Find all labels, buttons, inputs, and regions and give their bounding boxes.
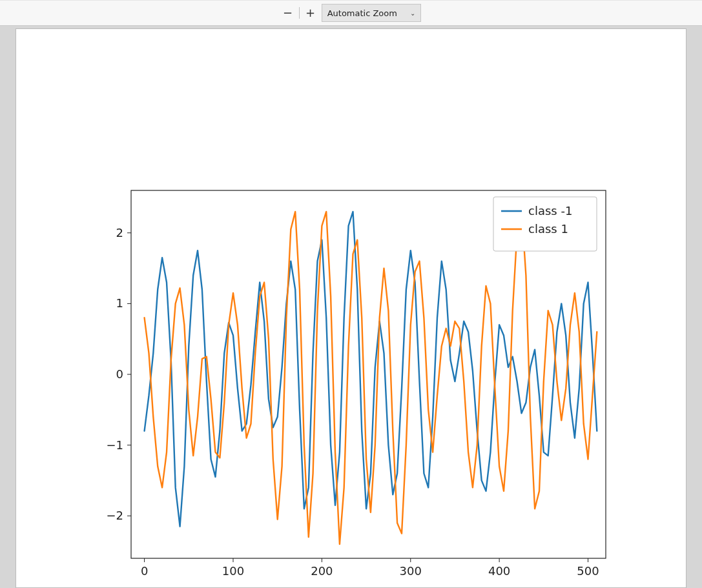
legend-label: class -1 <box>528 204 572 218</box>
series-1 <box>145 208 597 544</box>
x-tick-label: 500 <box>577 564 599 578</box>
chart-svg: 0100200300400500−2−1012class -1class 1 <box>81 165 617 588</box>
zoom-level-select[interactable]: Automatic Zoom ⌄ <box>322 4 422 22</box>
chart: 0100200300400500−2−1012class -1class 1 <box>81 165 617 588</box>
zoom-in-button[interactable]: + <box>304 6 318 20</box>
x-tick-label: 200 <box>311 564 333 578</box>
y-tick-label: −2 <box>106 509 123 522</box>
y-tick-label: 1 <box>116 296 123 310</box>
zoom-out-button[interactable]: − <box>281 6 295 20</box>
x-tick-label: 100 <box>222 564 244 578</box>
pdf-viewer: − + Automatic Zoom ⌄ 0100200300400500−2−… <box>0 0 702 588</box>
x-tick-label: 0 <box>141 564 148 578</box>
document-page: 0100200300400500−2−1012class -1class 1 <box>15 28 687 588</box>
page-container: 0100200300400500−2−1012class -1class 1 <box>15 28 687 588</box>
viewer-toolbar: − + Automatic Zoom ⌄ <box>0 0 702 26</box>
toolbar-separator <box>299 7 300 19</box>
x-tick-label: 400 <box>488 564 510 578</box>
minus-icon: − <box>283 7 293 19</box>
y-tick-label: 2 <box>116 226 123 239</box>
chevron-down-icon: ⌄ <box>410 10 415 17</box>
x-tick-label: 300 <box>400 564 422 578</box>
legend-label: class 1 <box>528 222 568 236</box>
plus-icon: + <box>305 7 315 19</box>
y-tick-label: 0 <box>116 367 123 381</box>
zoom-select-label: Automatic Zoom <box>327 8 397 18</box>
y-tick-label: −1 <box>106 438 123 452</box>
